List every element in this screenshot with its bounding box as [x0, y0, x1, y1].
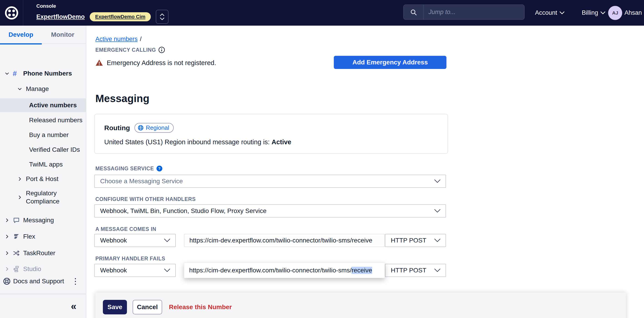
chevron-right-icon	[4, 234, 10, 239]
messaging-service-select[interactable]: Choose a Messaging Service	[94, 175, 446, 188]
save-button[interactable]: Save	[103, 300, 127, 314]
breadcrumb-separator: /	[140, 36, 142, 42]
breadcrumb: Active numbers/	[95, 36, 142, 43]
messaging-service-label: MESSAGING SERVICE ?	[95, 165, 162, 172]
sidebar-item-released-numbers[interactable]: Released numbers	[0, 113, 86, 127]
sidebar-footer-divider	[0, 294, 86, 294]
cancel-button[interactable]: Cancel	[132, 300, 162, 314]
sidebar-item-regulatory-compliance[interactable]: Regulatory Compliance	[0, 187, 86, 208]
method-value: HTTP POST	[391, 237, 426, 244]
routing-card: Routing Regional United States (US1) Reg…	[94, 114, 448, 154]
sidebar-item-buy-a-number[interactable]: Buy a number	[0, 128, 86, 142]
svg-text:?: ?	[158, 166, 160, 171]
chevron-down-icon	[4, 71, 10, 76]
handler-value: Webhook	[100, 237, 127, 244]
sidebar-item-twiml-apps[interactable]: TwiML apps	[0, 157, 86, 172]
flex-flag-icon	[13, 233, 20, 240]
sidebar-item-flex[interactable]: Flex	[0, 229, 86, 244]
twilio-logo[interactable]	[0, 0, 23, 26]
messaging-service-value: Choose a Messaging Service	[100, 178, 183, 185]
jump-to-search[interactable]	[403, 4, 524, 20]
sidebar-item-active-numbers[interactable]: Active numbers	[0, 98, 86, 112]
studio-flow-icon	[13, 265, 20, 273]
avatar: AJ	[608, 6, 622, 20]
primary-handler-fails-method-select[interactable]: HTTP POST	[385, 264, 446, 277]
tab-monitor[interactable]: Monitor	[42, 26, 84, 44]
sidebar-item-docs-and-support[interactable]: Docs and Support ⋮	[0, 274, 86, 289]
subaccount-badge[interactable]: ExpertflowDemo Cim	[90, 12, 151, 21]
kebab-menu-icon[interactable]: ⋮	[71, 277, 80, 286]
chevron-down-icon	[164, 239, 170, 243]
twilio-logo-icon	[5, 6, 18, 19]
sidebar-item-messaging[interactable]: Messaging	[0, 213, 86, 228]
breadcrumb-active-numbers-link[interactable]: Active numbers	[95, 36, 138, 42]
action-footer-bar: Save Cancel Release this Number	[95, 293, 626, 318]
search-icon-cell[interactable]	[404, 5, 424, 19]
primary-handler-fails-url-input[interactable]: https://cim-dev.expertflow.com/twilio-co…	[184, 263, 385, 278]
method-value: HTTP POST	[391, 267, 426, 274]
main-content: Active numbers/ EMERGENCY CALLING Emerge…	[86, 26, 644, 318]
chevron-down-icon	[560, 11, 564, 14]
life-ring-icon	[3, 277, 11, 285]
message-comes-in-row: Webhook https://cim-dev.expertflow.com/t…	[86, 234, 644, 247]
account-switcher-button[interactable]	[156, 10, 168, 24]
chevron-down-icon	[434, 179, 440, 183]
chevron-down-icon	[434, 239, 440, 243]
emergency-warning: Emergency Address is not registered.	[95, 56, 216, 69]
account-menu[interactable]: Account	[535, 0, 564, 26]
url-selected-text: receive	[352, 267, 372, 274]
url-value-prefix: https://cim-dev.expertflow.com/twilio-co…	[189, 267, 352, 274]
add-emergency-address-button[interactable]: Add Emergency Address	[334, 56, 446, 69]
billing-menu[interactable]: Billing	[582, 0, 606, 26]
sidebar-item-phone-numbers[interactable]: # Phone Numbers	[0, 66, 86, 81]
taskrouter-shuffle-icon	[13, 250, 20, 257]
regional-badge-label: Regional	[146, 124, 169, 131]
billing-menu-label: Billing	[582, 9, 598, 16]
info-icon[interactable]	[158, 46, 165, 53]
globe-icon	[138, 125, 144, 131]
chevron-down-icon	[434, 209, 440, 213]
chevron-down-icon	[17, 86, 22, 91]
message-comes-in-method-select[interactable]: HTTP POST	[385, 234, 446, 247]
account-link[interactable]: ExpertflowDemo	[36, 13, 85, 20]
sidebar-collapse-button[interactable]: «	[71, 301, 76, 312]
message-comes-in-label: A MESSAGE COMES IN	[95, 226, 156, 232]
account-menu-label: Account	[535, 9, 557, 16]
routing-status: United States (US1) Region inbound messa…	[104, 138, 291, 146]
url-value: https://cim-dev.expertflow.com/twilio-co…	[190, 237, 372, 244]
handler-value: Webhook	[100, 267, 127, 274]
sidebar-item-port-and-host[interactable]: Port & Host	[0, 172, 86, 186]
sidebar: Develop Monitor # Phone Numbers Manage A…	[0, 26, 86, 318]
user-menu[interactable]: AJ Ahsan	[608, 0, 644, 26]
sidebar-item-manage[interactable]: Manage	[0, 82, 86, 96]
chevron-down-icon	[164, 269, 170, 272]
page-title: Messaging	[95, 92, 150, 105]
emergency-warning-text: Emergency Address is not registered.	[107, 59, 216, 67]
emergency-calling-label: EMERGENCY CALLING	[95, 46, 165, 53]
sidebar-item-verified-caller-ids[interactable]: Verified Caller IDs	[0, 142, 86, 157]
top-header: Console ExpertflowDemo ExpertflowDemo Ci…	[0, 0, 644, 26]
chevron-right-icon	[17, 195, 22, 200]
primary-handler-fails-handler-select[interactable]: Webhook	[94, 264, 176, 277]
console-label: Console	[36, 3, 56, 9]
chevron-right-icon	[17, 176, 22, 181]
message-comes-in-handler-select[interactable]: Webhook	[94, 234, 176, 247]
primary-handler-fails-label: PRIMARY HANDLER FAILS	[95, 256, 165, 262]
hash-icon: #	[13, 69, 17, 78]
search-input[interactable]	[424, 9, 524, 16]
regional-badge: Regional	[134, 123, 174, 133]
configure-handlers-label: CONFIGURE WITH OTHER HANDLERS	[95, 196, 196, 202]
help-icon[interactable]: ?	[156, 165, 162, 172]
routing-status-value: Active	[272, 138, 291, 146]
sidebar-item-taskrouter[interactable]: TaskRouter	[0, 246, 86, 260]
up-down-chevrons-icon	[160, 13, 165, 21]
chevron-right-icon	[4, 267, 10, 272]
tab-develop[interactable]: Develop	[0, 26, 42, 44]
configure-handlers-select[interactable]: Webhook, TwiML Bin, Function, Studio Flo…	[94, 204, 446, 218]
sidebar-tabs: Develop Monitor	[0, 26, 86, 44]
search-icon	[410, 9, 417, 16]
chat-bubble-icon	[13, 217, 20, 224]
message-comes-in-url-input[interactable]: https://cim-dev.expertflow.com/twilio-co…	[184, 234, 385, 247]
release-number-link[interactable]: Release this Number	[169, 300, 232, 314]
chevron-down-icon	[434, 269, 440, 272]
